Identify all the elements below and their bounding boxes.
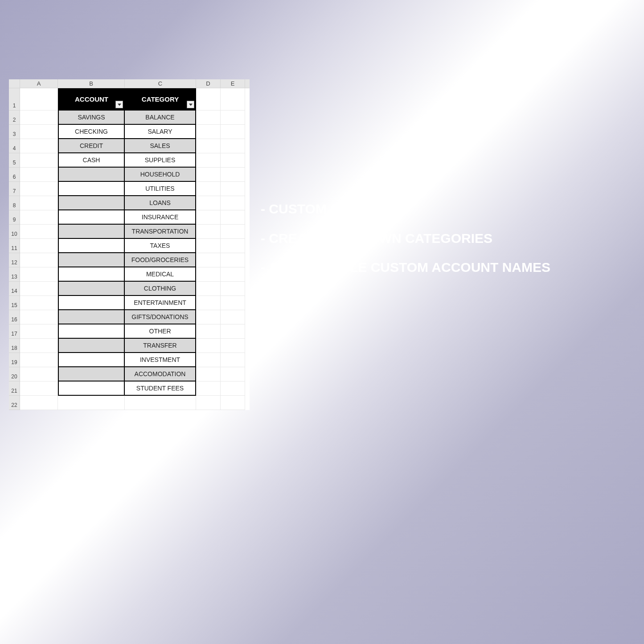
cell-category-20[interactable]: ACCOMODATION xyxy=(125,367,196,381)
cell-category-8[interactable]: LOANS xyxy=(125,196,196,210)
cell-category-9[interactable]: INSURANCE xyxy=(125,210,196,225)
row-header-10[interactable]: 10 xyxy=(9,225,20,239)
cell-A5[interactable] xyxy=(20,153,58,168)
cell-E8[interactable] xyxy=(221,196,245,210)
cell-A9[interactable] xyxy=(20,210,58,225)
cell-A13[interactable] xyxy=(20,267,58,282)
row-header-15[interactable]: 15 xyxy=(9,296,20,310)
row-header-16[interactable]: 16 xyxy=(9,310,20,324)
cell-E1[interactable] xyxy=(221,88,245,111)
col-header-B[interactable]: B xyxy=(58,79,125,88)
cell-A7[interactable] xyxy=(20,182,58,196)
row-header-5[interactable]: 5 xyxy=(9,153,20,168)
cell-A20[interactable] xyxy=(20,367,58,381)
cell-category-12[interactable]: FOOD/GROCERIES xyxy=(125,253,196,267)
row-header-22[interactable]: 22 xyxy=(9,396,20,410)
cell-account-4[interactable]: CREDIT xyxy=(58,139,125,153)
row-header-12[interactable]: 12 xyxy=(9,253,20,267)
cell-D3[interactable] xyxy=(196,125,221,139)
cell-E17[interactable] xyxy=(221,324,245,339)
cell-E14[interactable] xyxy=(221,282,245,296)
row-header-13[interactable]: 13 xyxy=(9,267,20,282)
row-header-14[interactable]: 14 xyxy=(9,282,20,296)
cell-A11[interactable] xyxy=(20,239,58,253)
cell-E4[interactable] xyxy=(221,139,245,153)
cell-A1[interactable] xyxy=(20,88,58,111)
cell-D17[interactable] xyxy=(196,324,221,339)
cell-category-19[interactable]: INVESTMENT xyxy=(125,353,196,367)
cell-A15[interactable] xyxy=(20,296,58,310)
select-all-corner[interactable] xyxy=(9,79,20,88)
cell-account-19[interactable] xyxy=(58,353,125,367)
cell-account-18[interactable] xyxy=(58,339,125,353)
row-header-2[interactable]: 2 xyxy=(9,111,20,125)
cell-account-21[interactable] xyxy=(58,381,125,396)
cell-A3[interactable] xyxy=(20,125,58,139)
cell-account-14[interactable] xyxy=(58,282,125,296)
row-header-7[interactable]: 7 xyxy=(9,182,20,196)
cell-E13[interactable] xyxy=(221,267,245,282)
col-header-D[interactable]: D xyxy=(196,79,221,88)
cell-E19[interactable] xyxy=(221,353,245,367)
cell-A12[interactable] xyxy=(20,253,58,267)
cell-E2[interactable] xyxy=(221,111,245,125)
cell-D19[interactable] xyxy=(196,353,221,367)
cell-account-11[interactable] xyxy=(58,239,125,253)
cell-E9[interactable] xyxy=(221,210,245,225)
cell-A16[interactable] xyxy=(20,310,58,324)
cell-D10[interactable] xyxy=(196,225,221,239)
filter-category-icon[interactable] xyxy=(187,101,194,108)
cell-E6[interactable] xyxy=(221,168,245,182)
header-account[interactable]: ACCOUNT xyxy=(58,88,125,111)
cell-D20[interactable] xyxy=(196,367,221,381)
cell-account-17[interactable] xyxy=(58,324,125,339)
cell-D1[interactable] xyxy=(196,88,221,111)
row-header-9[interactable]: 9 xyxy=(9,210,20,225)
cell-D5[interactable] xyxy=(196,153,221,168)
cell-D21[interactable] xyxy=(196,381,221,396)
cell-category-21[interactable]: STUDENT FEES xyxy=(125,381,196,396)
row-header-21[interactable]: 21 xyxy=(9,381,20,396)
cell-D8[interactable] xyxy=(196,196,221,210)
cell-E10[interactable] xyxy=(221,225,245,239)
cell-account-10[interactable] xyxy=(58,225,125,239)
cell-A14[interactable] xyxy=(20,282,58,296)
cell-account-16[interactable] xyxy=(58,310,125,324)
cell-category-6[interactable]: HOUSEHOLD xyxy=(125,168,196,182)
cell-A2[interactable] xyxy=(20,111,58,125)
cell-E22[interactable] xyxy=(221,396,245,410)
cell-E12[interactable] xyxy=(221,253,245,267)
cell-account-13[interactable] xyxy=(58,267,125,282)
cell-category-16[interactable]: GIFTS/DONATIONS xyxy=(125,310,196,324)
cell-category-14[interactable]: CLOTHING xyxy=(125,282,196,296)
cell-account-8[interactable] xyxy=(58,196,125,210)
cell-A17[interactable] xyxy=(20,324,58,339)
row-header-4[interactable]: 4 xyxy=(9,139,20,153)
cell-D15[interactable] xyxy=(196,296,221,310)
cell-D18[interactable] xyxy=(196,339,221,353)
cell-E16[interactable] xyxy=(221,310,245,324)
cell-account-9[interactable] xyxy=(58,210,125,225)
row-header-11[interactable]: 11 xyxy=(9,239,20,253)
cell-E7[interactable] xyxy=(221,182,245,196)
col-header-E[interactable]: E xyxy=(221,79,245,88)
cell-D14[interactable] xyxy=(196,282,221,296)
cell-D12[interactable] xyxy=(196,253,221,267)
cell-B22[interactable] xyxy=(58,396,125,410)
cell-A8[interactable] xyxy=(20,196,58,210)
row-header-8[interactable]: 8 xyxy=(9,196,20,210)
cell-D4[interactable] xyxy=(196,139,221,153)
row-header-6[interactable]: 6 xyxy=(9,168,20,182)
row-header-3[interactable]: 3 xyxy=(9,125,20,139)
cell-A21[interactable] xyxy=(20,381,58,396)
cell-category-11[interactable]: TAXES xyxy=(125,239,196,253)
cell-category-7[interactable]: UTILITIES xyxy=(125,182,196,196)
cell-A10[interactable] xyxy=(20,225,58,239)
cell-account-15[interactable] xyxy=(58,296,125,310)
cell-C22[interactable] xyxy=(125,396,196,410)
cell-account-20[interactable] xyxy=(58,367,125,381)
cell-account-6[interactable] xyxy=(58,168,125,182)
cell-A18[interactable] xyxy=(20,339,58,353)
row-header-1[interactable]: 1 xyxy=(9,88,20,111)
cell-E18[interactable] xyxy=(221,339,245,353)
